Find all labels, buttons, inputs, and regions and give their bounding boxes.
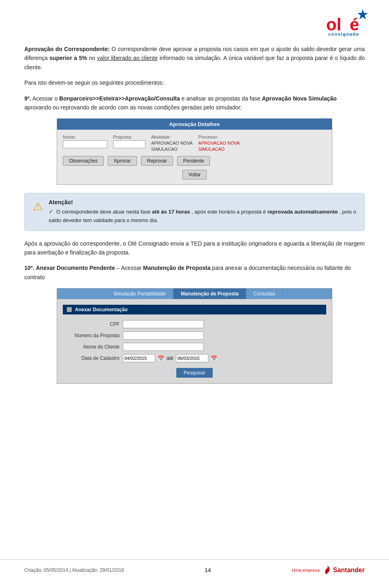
form2-row-nome: Nome do Cliente <box>63 343 326 351</box>
screenshot-1-body: Nome: Proposta: Atividade: APROVACAO NOV… <box>57 130 332 184</box>
attention-mid: , após este horário a proposta é <box>192 209 267 215</box>
field-nome-label: Nome: <box>63 135 107 139</box>
section-bar-title: Anexar Documentação <box>75 307 128 312</box>
form2-label-proposta: Número da Proposta <box>63 333 120 338</box>
form2-row-cpf: CPF <box>63 320 326 328</box>
section-bar-icon <box>67 307 72 312</box>
form2-label-nome: Nome do Cliente <box>63 344 120 350</box>
field-processo-label: Processo: <box>198 135 239 139</box>
form2-input-nome[interactable] <box>123 343 204 351</box>
footer: Criação: 05/05/2014 | Atualização: 29/01… <box>0 559 389 576</box>
form2-row-data: Data de Cadastro 📅 até 📅 <box>63 354 326 362</box>
step-9-heading: 9º. Acessar o Bonparceiro>>Esteira>>Apro… <box>24 94 365 112</box>
screenshot-1-voltar-container: Voltar <box>63 170 326 180</box>
attention-bold-reprovada: reprovada automaticamente <box>267 209 338 215</box>
page: ol é consignado Aprovação do Corresponde… <box>0 0 389 588</box>
field-proposta: Proposta: <box>113 135 145 152</box>
footer-creation: Criação: 05/05/2014 <box>24 567 68 573</box>
attention-text: ✓ O correspondente deve atuar nesta fase… <box>49 208 356 225</box>
warning-icon: ⚠ <box>33 200 43 213</box>
btn-voltar[interactable]: Voltar <box>182 170 207 180</box>
btn-reprovar[interactable]: Reprovar <box>141 156 173 166</box>
step-9-nav: Bonparceiro>>Esteira>>Aprovação/Consulta <box>59 95 180 102</box>
field-atividade-label: Atividade: <box>151 135 192 139</box>
paragraph-2: Para isto devem-se seguir os seguintes p… <box>24 78 365 87</box>
svg-text:ol: ol <box>326 15 341 34</box>
screenshot-1-fields-row: Nome: Proposta: Atividade: APROVACAO NOV… <box>63 135 326 152</box>
step-10-anexar: Anexar Documento Pendente <box>36 265 115 271</box>
date-input-to[interactable] <box>176 354 208 362</box>
calendar-to-icon[interactable]: 📅 <box>211 355 217 361</box>
date-input-from[interactable] <box>123 354 155 362</box>
step-9-mid: e analisar as propostas da fase <box>182 95 262 102</box>
screenshot-aprovacao: Aprovação Detalhes Nome: Proposta: Ativi… <box>57 118 332 185</box>
field-atividade-value: APROVACAO NOVASIMULACAO <box>151 140 192 152</box>
p1-underline-valor: valor liberado ao cliente <box>97 55 158 61</box>
step-10-heading: 10º. Anexar Documento Pendente – Acessar… <box>24 263 365 282</box>
footer-page-number: 14 <box>205 567 211 573</box>
form2-input-cpf[interactable] <box>123 320 204 328</box>
step-9-intro: Acessar o <box>32 95 59 102</box>
field-proposta-label: Proposta: <box>113 135 145 139</box>
footer-uma-empresa: Uma empresa <box>292 568 320 573</box>
footer-right: Uma empresa Santander <box>292 564 365 576</box>
field-nome-input <box>63 140 107 148</box>
screenshot-manutencao: Simulação Portabilidade Manutenção de Pr… <box>57 288 332 384</box>
btn-aprovar[interactable]: Aprovar <box>108 156 137 166</box>
attention-box: ⚠ Atenção! ✓ O correspondente deve atuar… <box>24 193 365 231</box>
attention-bold-time: até às 17 horas <box>152 209 190 215</box>
attention-title: Atenção! <box>49 199 356 205</box>
ole-logo: ol é consignado <box>324 8 373 38</box>
main-content: Aprovação do Correspondente: O correspon… <box>24 45 365 384</box>
section-bar-anexar: Anexar Documentação <box>63 305 326 314</box>
footer-santander-text: Santander <box>333 567 365 574</box>
form2-input-proposta[interactable] <box>123 331 204 340</box>
step-10-number: 10º. <box>24 265 34 271</box>
field-processo: Processo: APROVACAO NOVASIMULACAO <box>198 135 239 152</box>
step-10-manutencao: Manutenção de Proposta <box>143 265 210 271</box>
form2-label-data: Data de Cadastro <box>63 355 120 361</box>
form2-row-proposta: Número da Proposta <box>63 331 326 340</box>
step-10-dash: – Acessar <box>117 265 143 271</box>
footer-left: Criação: 05/05/2014 | Atualização: 29/01… <box>24 567 124 573</box>
pesquisar-container: Pesquisar <box>63 368 326 378</box>
attention-content: Atenção! ✓ O correspondente deve atuar n… <box>49 199 356 225</box>
ole-logo-svg: ol é consignado <box>324 8 373 36</box>
field-nome: Nome: <box>63 135 107 152</box>
field-proposta-input <box>113 140 145 148</box>
field-processo-value: APROVACAO NOVASIMULACAO <box>198 140 239 152</box>
p1-bold-superior: superior a 5% <box>49 55 87 61</box>
paragraph-3: Após a aprovação do correspondente, o Ol… <box>24 239 365 257</box>
calendar-from-icon[interactable]: 📅 <box>158 355 164 361</box>
btn-pendente[interactable]: Pendente <box>177 156 210 166</box>
attention-pre: O correspondente deve atuar nesta fase <box>56 209 152 215</box>
p1-bold-title: Aprovação do Correspondente: <box>24 46 110 52</box>
screenshot-2-header: Simulação Portabilidade Manutenção de Pr… <box>57 289 332 299</box>
date-ate-label: até <box>167 355 173 361</box>
santander-logo: Santander <box>323 564 365 576</box>
tab-simulacao[interactable]: Simulação Portabilidade <box>106 289 173 299</box>
btn-pesquisar[interactable]: Pesquisar <box>176 368 212 378</box>
step-9-number: 9º. <box>24 95 31 102</box>
svg-text:é: é <box>350 15 359 34</box>
svg-text:consignado: consignado <box>328 32 359 36</box>
screenshot-1-header: Aprovação Detalhes <box>57 119 332 130</box>
santander-flame-icon <box>323 564 332 576</box>
step-9-end: aprovando ou reprovando de acordo com as… <box>24 104 242 111</box>
date-group-cadastro: 📅 até 📅 <box>123 354 217 362</box>
field-atividade: Atividade: APROVACAO NOVASIMULACAO <box>151 135 192 152</box>
form2-label-cpf: CPF <box>63 321 120 327</box>
checkmark-icon: ✓ <box>49 209 53 215</box>
paragraph-1: Aprovação do Correspondente: O correspon… <box>24 45 365 72</box>
footer-update: Atualização: 29/01/2016 <box>72 567 124 573</box>
btn-observacoes[interactable]: Observações <box>63 156 104 166</box>
step-9-phase: Aprovação Nova Simulação <box>262 95 336 102</box>
tab-manutencao[interactable]: Manutenção de Proposta <box>173 289 246 299</box>
screenshot-2-body: Anexar Documentação CPF Número da Propos… <box>57 299 332 383</box>
screenshot-1-buttons: Observações Aprovar Reprovar Pendente <box>63 156 326 166</box>
logo-area: ol é consignado <box>324 8 373 38</box>
tab-consultas[interactable]: Consultas <box>246 289 283 299</box>
